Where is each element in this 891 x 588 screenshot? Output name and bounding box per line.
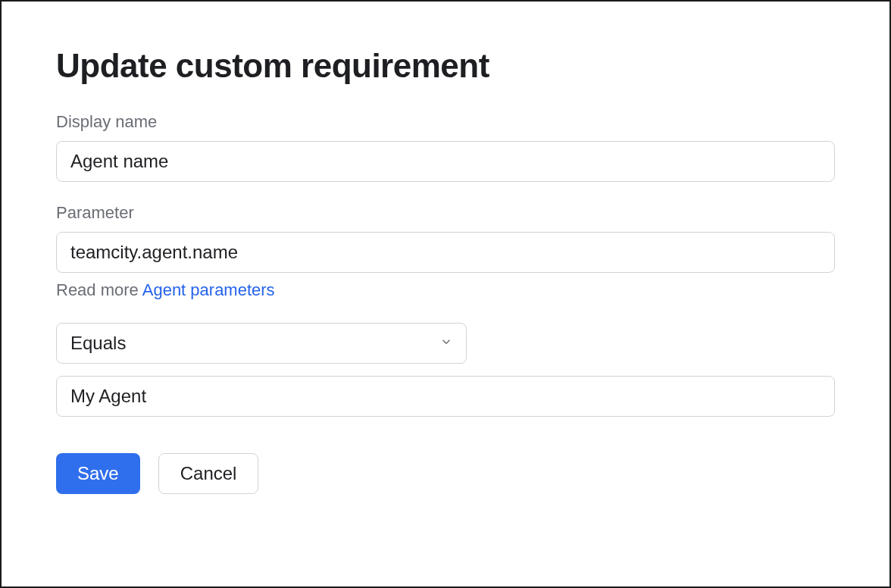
- agent-parameters-link[interactable]: Agent parameters: [142, 280, 275, 299]
- operator-select[interactable]: Equals: [56, 323, 467, 364]
- save-button[interactable]: Save: [56, 453, 140, 494]
- parameter-label: Parameter: [56, 203, 835, 223]
- parameter-help: Read more Agent parameters: [56, 280, 835, 300]
- operator-value-group: Equals: [56, 323, 835, 417]
- parameter-input[interactable]: [56, 232, 835, 273]
- value-input[interactable]: [56, 376, 835, 417]
- dialog-title: Update custom requirement: [56, 47, 835, 85]
- display-name-input[interactable]: [56, 141, 835, 182]
- display-name-label: Display name: [56, 112, 835, 132]
- operator-select-wrapper: Equals: [56, 323, 467, 364]
- display-name-group: Display name: [56, 112, 835, 182]
- help-prefix: Read more: [56, 280, 142, 299]
- button-row: Save Cancel: [56, 453, 835, 494]
- parameter-group: Parameter Read more Agent parameters: [56, 203, 835, 300]
- cancel-button[interactable]: Cancel: [158, 453, 259, 494]
